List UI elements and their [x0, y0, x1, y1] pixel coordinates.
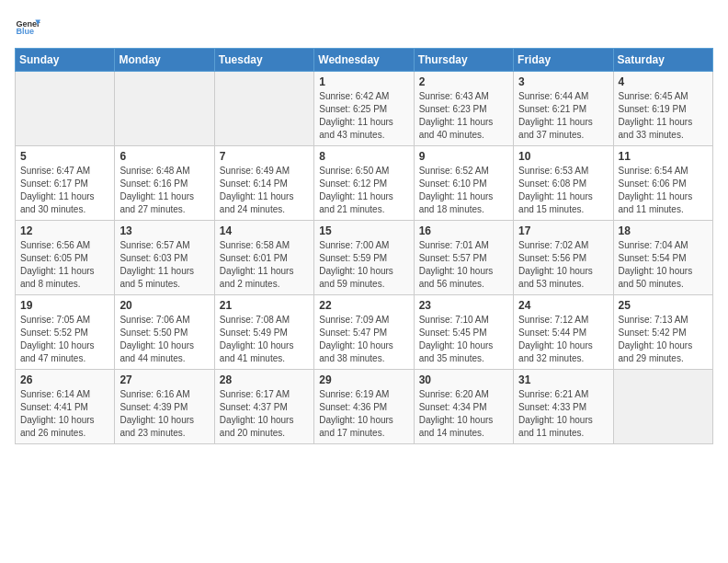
day-number: 8	[319, 150, 408, 163]
weekday-header-row: SundayMondayTuesdayWednesdayThursdayFrid…	[16, 49, 713, 72]
calendar-cell: 2Sunrise: 6:43 AM Sunset: 6:23 PM Daylig…	[414, 72, 513, 146]
calendar-cell: 20Sunrise: 7:06 AM Sunset: 5:50 PM Dayli…	[115, 295, 214, 370]
day-number: 10	[518, 150, 608, 163]
calendar-cell: 17Sunrise: 7:02 AM Sunset: 5:56 PM Dayli…	[514, 221, 613, 295]
weekday-header-monday: Monday	[115, 49, 214, 72]
day-number: 12	[20, 224, 109, 237]
day-info: Sunrise: 6:53 AM Sunset: 6:08 PM Dayligh…	[518, 165, 608, 216]
day-number: 28	[220, 373, 309, 386]
calendar-cell: 19Sunrise: 7:05 AM Sunset: 5:52 PM Dayli…	[16, 295, 115, 370]
calendar-cell	[613, 370, 712, 444]
day-info: Sunrise: 7:04 AM Sunset: 5:54 PM Dayligh…	[619, 239, 708, 291]
logo-icon: General Blue	[15, 15, 40, 40]
day-number: 23	[419, 299, 508, 312]
calendar-cell: 29Sunrise: 6:19 AM Sunset: 4:36 PM Dayli…	[314, 370, 414, 444]
weekday-header-sunday: Sunday	[16, 49, 115, 72]
day-info: Sunrise: 6:45 AM Sunset: 6:19 PM Dayligh…	[619, 90, 708, 142]
day-number: 27	[119, 373, 209, 386]
calendar-cell	[115, 72, 214, 146]
day-info: Sunrise: 6:14 AM Sunset: 4:41 PM Dayligh…	[20, 388, 109, 440]
day-info: Sunrise: 7:08 AM Sunset: 5:49 PM Dayligh…	[220, 314, 309, 365]
day-info: Sunrise: 7:06 AM Sunset: 5:50 PM Dayligh…	[119, 314, 209, 365]
calendar-cell: 8Sunrise: 6:50 AM Sunset: 6:12 PM Daylig…	[314, 146, 414, 221]
calendar-cell: 26Sunrise: 6:14 AM Sunset: 4:41 PM Dayli…	[16, 370, 115, 444]
calendar-cell: 24Sunrise: 7:12 AM Sunset: 5:44 PM Dayli…	[514, 295, 613, 370]
calendar-cell: 10Sunrise: 6:53 AM Sunset: 6:08 PM Dayli…	[514, 146, 613, 221]
day-number: 19	[20, 299, 109, 312]
day-info: Sunrise: 7:09 AM Sunset: 5:47 PM Dayligh…	[319, 314, 408, 365]
day-info: Sunrise: 6:56 AM Sunset: 6:05 PM Dayligh…	[20, 239, 109, 291]
calendar-cell: 13Sunrise: 6:57 AM Sunset: 6:03 PM Dayli…	[115, 221, 214, 295]
day-number: 18	[619, 224, 708, 237]
week-row-5: 26Sunrise: 6:14 AM Sunset: 4:41 PM Dayli…	[16, 370, 713, 444]
day-number: 16	[419, 224, 508, 237]
day-info: Sunrise: 6:57 AM Sunset: 6:03 PM Dayligh…	[119, 239, 209, 291]
calendar-cell: 1Sunrise: 6:42 AM Sunset: 6:25 PM Daylig…	[314, 72, 414, 146]
day-number: 3	[518, 75, 608, 88]
week-row-2: 5Sunrise: 6:47 AM Sunset: 6:17 PM Daylig…	[16, 146, 713, 221]
calendar-cell: 21Sunrise: 7:08 AM Sunset: 5:49 PM Dayli…	[214, 295, 313, 370]
weekday-header-tuesday: Tuesday	[214, 49, 313, 72]
calendar-cell: 16Sunrise: 7:01 AM Sunset: 5:57 PM Dayli…	[414, 221, 513, 295]
calendar-cell: 12Sunrise: 6:56 AM Sunset: 6:05 PM Dayli…	[16, 221, 115, 295]
day-info: Sunrise: 6:50 AM Sunset: 6:12 PM Dayligh…	[319, 165, 408, 216]
calendar-cell: 4Sunrise: 6:45 AM Sunset: 6:19 PM Daylig…	[613, 72, 712, 146]
day-number: 25	[619, 299, 708, 312]
calendar-cell: 14Sunrise: 6:58 AM Sunset: 6:01 PM Dayli…	[214, 221, 313, 295]
day-number: 1	[319, 75, 408, 88]
day-info: Sunrise: 6:49 AM Sunset: 6:14 PM Dayligh…	[220, 165, 309, 216]
day-info: Sunrise: 6:48 AM Sunset: 6:16 PM Dayligh…	[119, 165, 209, 216]
day-number: 5	[20, 150, 109, 163]
day-info: Sunrise: 6:47 AM Sunset: 6:17 PM Dayligh…	[20, 165, 109, 216]
calendar-cell: 7Sunrise: 6:49 AM Sunset: 6:14 PM Daylig…	[214, 146, 313, 221]
day-number: 24	[518, 299, 608, 312]
day-info: Sunrise: 7:02 AM Sunset: 5:56 PM Dayligh…	[518, 239, 608, 291]
weekday-header-saturday: Saturday	[613, 49, 712, 72]
weekday-header-thursday: Thursday	[414, 49, 513, 72]
day-info: Sunrise: 6:19 AM Sunset: 4:36 PM Dayligh…	[319, 388, 408, 440]
day-info: Sunrise: 6:54 AM Sunset: 6:06 PM Dayligh…	[619, 165, 708, 216]
calendar-cell: 9Sunrise: 6:52 AM Sunset: 6:10 PM Daylig…	[414, 146, 513, 221]
day-info: Sunrise: 6:43 AM Sunset: 6:23 PM Dayligh…	[419, 90, 508, 142]
day-info: Sunrise: 6:20 AM Sunset: 4:34 PM Dayligh…	[419, 388, 508, 440]
day-number: 2	[419, 75, 508, 88]
day-number: 6	[119, 150, 209, 163]
week-row-4: 19Sunrise: 7:05 AM Sunset: 5:52 PM Dayli…	[16, 295, 713, 370]
day-number: 26	[20, 373, 109, 386]
calendar-cell: 3Sunrise: 6:44 AM Sunset: 6:21 PM Daylig…	[514, 72, 613, 146]
day-info: Sunrise: 6:52 AM Sunset: 6:10 PM Dayligh…	[419, 165, 508, 216]
day-info: Sunrise: 7:05 AM Sunset: 5:52 PM Dayligh…	[20, 314, 109, 365]
day-number: 17	[518, 224, 608, 237]
day-number: 21	[220, 299, 309, 312]
day-info: Sunrise: 7:00 AM Sunset: 5:59 PM Dayligh…	[319, 239, 408, 291]
week-row-1: 1Sunrise: 6:42 AM Sunset: 6:25 PM Daylig…	[16, 72, 713, 146]
weekday-header-friday: Friday	[514, 49, 613, 72]
day-info: Sunrise: 6:16 AM Sunset: 4:39 PM Dayligh…	[119, 388, 209, 440]
day-info: Sunrise: 7:01 AM Sunset: 5:57 PM Dayligh…	[419, 239, 508, 291]
svg-text:Blue: Blue	[16, 27, 34, 36]
day-number: 11	[619, 150, 708, 163]
day-number: 7	[220, 150, 309, 163]
calendar-cell: 18Sunrise: 7:04 AM Sunset: 5:54 PM Dayli…	[613, 221, 712, 295]
day-info: Sunrise: 6:42 AM Sunset: 6:25 PM Dayligh…	[319, 90, 408, 142]
day-number: 22	[319, 299, 408, 312]
day-number: 31	[518, 373, 608, 386]
day-info: Sunrise: 7:13 AM Sunset: 5:42 PM Dayligh…	[619, 314, 708, 365]
calendar-cell: 5Sunrise: 6:47 AM Sunset: 6:17 PM Daylig…	[16, 146, 115, 221]
day-info: Sunrise: 7:12 AM Sunset: 5:44 PM Dayligh…	[518, 314, 608, 365]
day-number: 29	[319, 373, 408, 386]
logo: General Blue	[15, 15, 40, 40]
day-number: 4	[619, 75, 708, 88]
weekday-header-wednesday: Wednesday	[314, 49, 414, 72]
day-number: 13	[119, 224, 209, 237]
calendar-cell: 11Sunrise: 6:54 AM Sunset: 6:06 PM Dayli…	[613, 146, 712, 221]
calendar-cell: 6Sunrise: 6:48 AM Sunset: 6:16 PM Daylig…	[115, 146, 214, 221]
day-info: Sunrise: 7:10 AM Sunset: 5:45 PM Dayligh…	[419, 314, 508, 365]
week-row-3: 12Sunrise: 6:56 AM Sunset: 6:05 PM Dayli…	[16, 221, 713, 295]
calendar-cell	[16, 72, 115, 146]
day-info: Sunrise: 6:21 AM Sunset: 4:33 PM Dayligh…	[518, 388, 608, 440]
day-info: Sunrise: 6:58 AM Sunset: 6:01 PM Dayligh…	[220, 239, 309, 291]
calendar-cell: 30Sunrise: 6:20 AM Sunset: 4:34 PM Dayli…	[414, 370, 513, 444]
day-info: Sunrise: 6:44 AM Sunset: 6:21 PM Dayligh…	[518, 90, 608, 142]
day-number: 15	[319, 224, 408, 237]
